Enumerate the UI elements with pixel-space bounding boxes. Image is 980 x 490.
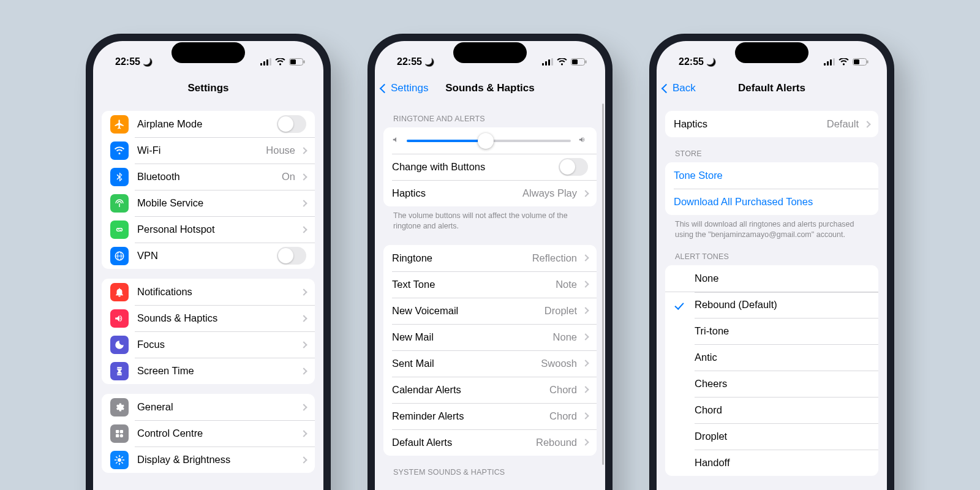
row-tone-antic[interactable]: Antic [665,344,878,371]
dynamic-island [735,42,809,63]
row-control-centre[interactable]: Control Centre [102,420,315,447]
row-bluetooth[interactable]: Bluetooth On [102,164,315,190]
row-change-with-buttons[interactable]: Change with Buttons [383,154,597,180]
row-new-mail[interactable]: New Mail None [383,324,597,350]
haptics-value: Always Play [522,187,577,199]
row-reminder-alerts[interactable]: Reminder Alerts Chord [383,403,597,429]
svg-rect-31 [827,61,829,66]
volume-high-icon [577,135,588,146]
focus-moon-icon [424,56,434,67]
svg-point-13 [120,434,123,437]
cellular-signal-icon [542,58,553,66]
row-mobile-service[interactable]: Mobile Service [102,190,315,216]
row-tone-rebound[interactable]: Rebound (Default) [665,292,878,318]
row-haptics[interactable]: Haptics Default [665,111,878,137]
svg-rect-2 [266,59,268,66]
airplane-toggle[interactable] [277,115,306,133]
row-tone-droplet[interactable]: Droplet [665,423,878,450]
screen-time-icon [110,362,129,380]
slider-thumb[interactable] [478,133,494,149]
chevron-right-icon [582,255,589,262]
section-header-alert-tones: ALERT TONES [665,240,878,265]
volume-slider[interactable] [407,140,571,142]
vpn-toggle[interactable] [277,247,306,265]
svg-line-19 [116,456,118,458]
row-wifi[interactable]: Wi-Fi House [102,137,315,164]
section-header-store: STORE [665,137,878,162]
row-text-tone[interactable]: Text Tone Note [383,271,597,298]
group-store: Tone Store Download All Purchased Tones [665,162,878,215]
nav-bar: Settings [93,74,323,102]
battery-icon [571,58,587,66]
svg-rect-5 [290,59,296,64]
row-display-brightness[interactable]: Display & Brightness [102,447,315,473]
svg-rect-10 [116,430,119,433]
focus-icon [110,336,129,354]
sounds-label: Sounds & Haptics [137,312,295,324]
cellular-icon [110,194,129,213]
svg-rect-26 [551,58,553,66]
row-new-voicemail[interactable]: New Voicemail Droplet [383,298,597,324]
dynamic-island [453,42,527,63]
svg-rect-12 [116,434,119,437]
row-airplane-mode[interactable]: Airplane Mode [102,111,315,137]
row-haptics[interactable]: Haptics Always Play [383,180,597,206]
chevron-right-icon [300,315,307,322]
chevron-right-icon [582,307,589,314]
focus-moon-icon [143,56,153,67]
general-label: General [137,401,295,413]
scrollbar[interactable] [602,104,604,465]
battery-icon [289,58,305,66]
vpn-icon [110,247,129,265]
row-tone-chord[interactable]: Chord [665,397,878,423]
row-notifications[interactable]: Notifications [102,279,315,305]
change-buttons-label: Change with Buttons [392,161,559,173]
row-sent-mail[interactable]: Sent Mail Swoosh [383,350,597,377]
row-ringtone[interactable]: Ringtone Reflection [383,245,597,271]
row-screen-time[interactable]: Screen Time [102,358,315,384]
back-button[interactable]: Settings [381,82,428,94]
hotspot-icon [110,221,129,239]
svg-rect-25 [548,59,550,66]
svg-point-14 [118,458,121,462]
wifi-icon [557,58,567,66]
chevron-right-icon [582,190,589,197]
focus-label: Focus [137,339,295,350]
row-download-tones[interactable]: Download All Purchased Tones [665,189,878,215]
row-vpn[interactable]: VPN [102,243,315,269]
mobile-label: Mobile Service [137,197,295,209]
chevron-right-icon [300,226,307,233]
back-button[interactable]: Back [663,82,696,94]
phone-sounds-haptics: 22:55 Settings Sounds & Haptics RINGTONE… [368,34,612,490]
row-focus[interactable]: Focus [102,331,315,358]
row-default-alerts[interactable]: Default Alerts Rebound [383,429,597,456]
group-system: General Control Centre Display & Brightn… [102,394,315,473]
notifications-icon [110,283,129,301]
hotspot-label: Personal Hotspot [137,224,295,235]
row-tone-none[interactable]: None [665,265,878,292]
row-tone-store[interactable]: Tone Store [665,162,878,189]
svg-rect-0 [260,63,262,66]
row-tone-tritone[interactable]: Tri-tone [665,318,878,344]
volume-low-icon [392,135,401,146]
section-footer-store: This will download all ringtones and ale… [665,215,878,240]
row-sounds-haptics[interactable]: Sounds & Haptics [102,305,315,331]
svg-rect-29 [586,61,587,64]
group-sound-assignments: Ringtone Reflection Text Tone Note New V… [383,245,597,456]
change-buttons-toggle[interactable] [559,158,588,176]
phone-default-alerts: 22:55 Back Default Alerts Haptics Defaul… [649,34,894,490]
row-general[interactable]: General [102,394,315,420]
row-tone-cheers[interactable]: Cheers [665,371,878,397]
svg-rect-6 [304,61,305,64]
chevron-right-icon [864,121,870,127]
row-calendar-alerts[interactable]: Calendar Alerts Chord [383,377,597,403]
chevron-right-icon [300,173,307,180]
row-personal-hotspot[interactable]: Personal Hotspot [102,216,315,243]
group-ringtone-alerts: Change with Buttons Haptics Always Play [383,127,597,206]
row-tone-handoff[interactable]: Handoff [665,450,878,476]
display-brightness-icon [110,451,129,469]
chevron-right-icon [300,147,307,154]
chevron-right-icon [300,430,307,437]
wifi-settings-icon [110,141,129,160]
chevron-right-icon [582,413,589,420]
